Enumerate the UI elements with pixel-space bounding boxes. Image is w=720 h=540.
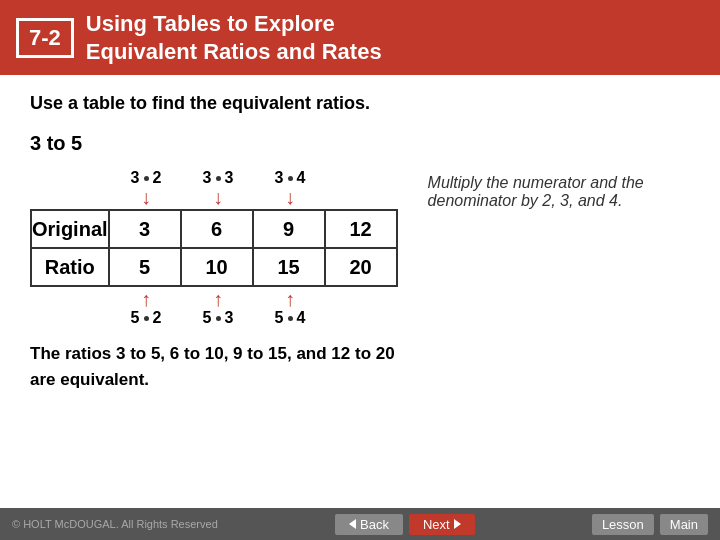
- top-mult-3: 3 4 ↓: [254, 169, 326, 207]
- cell-5: 5: [109, 248, 181, 286]
- table-wrapper: 3 2 ↓ 3 3 ↓ 3: [30, 169, 398, 327]
- arrow-up-2: ↑: [213, 289, 223, 309]
- cell-20: 20: [325, 248, 397, 286]
- conclusion: The ratios 3 to 5, 6 to 10, 9 to 15, and…: [30, 341, 690, 392]
- ratio-label: 3 to 5: [30, 132, 690, 155]
- instruction-text: Use a table to find the equivalent ratio…: [30, 93, 690, 114]
- top-multiply-row: 3 2 ↓ 3 3 ↓ 3: [30, 169, 398, 207]
- bot-mult-3-val: 4: [297, 309, 306, 327]
- cell-9: 9: [253, 210, 325, 248]
- arrow-down-3: ↓: [285, 187, 295, 207]
- top-mult-3-val: 4: [297, 169, 306, 187]
- dot-icon: [144, 316, 149, 321]
- top-mult-1-val: 2: [153, 169, 162, 187]
- main-button[interactable]: Main: [660, 514, 708, 535]
- original-label-bottom: Ratio: [31, 248, 109, 286]
- table-area: 3 2 ↓ 3 3 ↓ 3: [30, 169, 690, 327]
- lesson-button[interactable]: Lesson: [592, 514, 654, 535]
- cell-3: 3: [109, 210, 181, 248]
- top-mult-2-num: 3: [203, 169, 212, 187]
- top-mult-3-num: 3: [275, 169, 284, 187]
- bottom-mult-2: ↑ 5 3: [182, 289, 254, 327]
- back-label: Back: [360, 517, 389, 532]
- bot-mult-1-val: 2: [153, 309, 162, 327]
- italic-description: Multiply the numerator and the denominat…: [428, 169, 658, 210]
- arrow-up-3: ↑: [285, 289, 295, 309]
- back-button[interactable]: Back: [335, 514, 403, 535]
- top-mult-1-num: 3: [131, 169, 140, 187]
- cell-12: 12: [325, 210, 397, 248]
- bottom-multiply-row: ↑ 5 2 ↑ 5 3 ↑: [30, 289, 398, 327]
- nav-buttons: Back Next: [335, 514, 475, 535]
- dot-icon: [216, 316, 221, 321]
- arrow-down-2: ↓: [213, 187, 223, 207]
- footer: © HOLT McDOUGAL. All Rights Reserved Bac…: [0, 508, 720, 540]
- copyright-text: © HOLT McDOUGAL. All Rights Reserved: [12, 518, 218, 530]
- next-label: Next: [423, 517, 450, 532]
- header-title-line1: Using Tables to Explore: [86, 11, 335, 36]
- bot-mult-1-num: 5: [131, 309, 140, 327]
- cell-6: 6: [181, 210, 253, 248]
- dot-icon: [216, 176, 221, 181]
- bot-mult-2-val: 3: [225, 309, 234, 327]
- dot-icon: [288, 176, 293, 181]
- table-row: Ratio 5 10 15 20: [31, 248, 397, 286]
- dot-icon: [144, 176, 149, 181]
- header-title-line2: Equivalent Ratios and Rates: [86, 39, 382, 64]
- original-label-top: Original: [31, 210, 109, 248]
- conclusion-line1: The ratios 3 to 5, 6 to 10, 9 to 15, and…: [30, 344, 395, 363]
- top-mult-2: 3 3 ↓: [182, 169, 254, 207]
- next-button[interactable]: Next: [409, 514, 475, 535]
- bottom-mult-1: ↑ 5 2: [110, 289, 182, 327]
- top-mult-1: 3 2 ↓: [110, 169, 182, 207]
- top-mult-2-val: 3: [225, 169, 234, 187]
- arrow-up-1: ↑: [141, 289, 151, 309]
- footer-right-buttons: Lesson Main: [592, 514, 708, 535]
- bot-mult-2-num: 5: [203, 309, 212, 327]
- header-title: Using Tables to Explore Equivalent Ratio…: [86, 10, 382, 65]
- dot-icon: [288, 316, 293, 321]
- arrow-down-1: ↓: [141, 187, 151, 207]
- bottom-mult-3: ↑ 5 4: [254, 289, 326, 327]
- table-row: Original 3 6 9 12: [31, 210, 397, 248]
- ratio-table: Original 3 6 9 12 Ratio 5 10 15 20: [30, 209, 398, 287]
- header: 7-2 Using Tables to Explore Equivalent R…: [0, 0, 720, 75]
- back-arrow-icon: [349, 519, 356, 529]
- bot-mult-3-num: 5: [275, 309, 284, 327]
- cell-15: 15: [253, 248, 325, 286]
- main-content: Use a table to find the equivalent ratio…: [0, 75, 720, 402]
- cell-10: 10: [181, 248, 253, 286]
- next-arrow-icon: [454, 519, 461, 529]
- section-badge: 7-2: [16, 18, 74, 58]
- conclusion-line2: are equivalent.: [30, 370, 149, 389]
